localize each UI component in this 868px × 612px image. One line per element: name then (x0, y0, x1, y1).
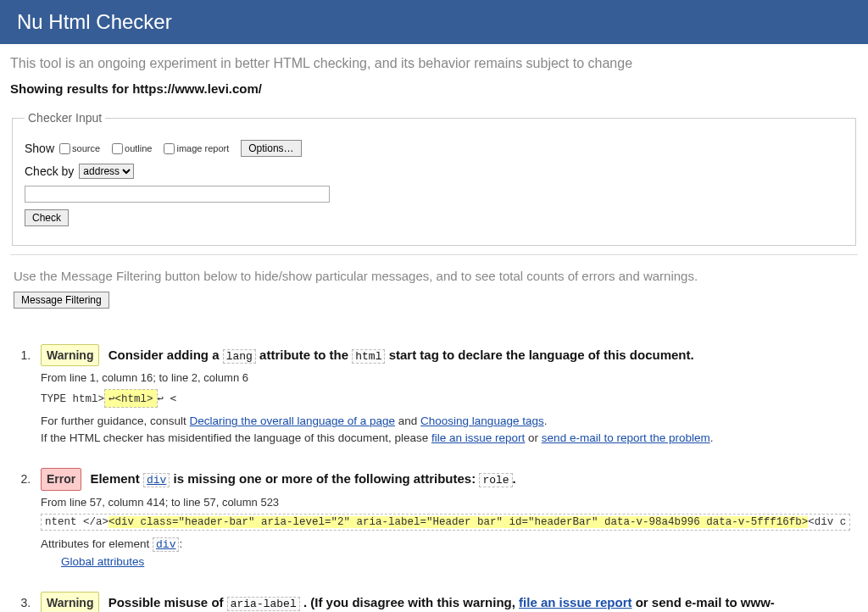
message-info: If the HTML checker has misidentified th… (41, 431, 854, 444)
source-checkbox-wrap: source (59, 143, 100, 154)
check-by-select[interactable]: address (79, 164, 134, 179)
message-info-indent: Global attributes (41, 555, 854, 568)
message-heading: Warning Consider adding a lang attribute… (41, 344, 854, 366)
msg1-text-pre: Consider adding a (108, 348, 223, 362)
code-lang: lang (223, 349, 256, 364)
checker-input-fieldset: Checker Input Show source outline image … (12, 111, 856, 246)
info-text: For further guidance, consult (41, 414, 190, 427)
link-file-issue-report[interactable]: file an issue report (431, 431, 525, 444)
msg1-text-mid: attribute to the (259, 348, 352, 362)
extract-plain: TYPE html> (41, 393, 104, 405)
link-declaring-language[interactable]: Declaring the overall language of a page (190, 414, 395, 427)
outline-checkbox-label: outline (125, 143, 152, 153)
divider (10, 254, 858, 255)
image-report-checkbox-label: image report (176, 143, 229, 153)
extract-plain: <div c (808, 516, 846, 528)
message-location: From line 1, column 16; to line 2, colum… (41, 371, 854, 384)
error-badge: Error (41, 468, 81, 490)
msg3-text-pre: Possible misuse of (108, 595, 227, 609)
info-text: If the HTML checker has misidentified th… (41, 431, 431, 444)
msg3-text-mid: . (If you disagree with this warning, (303, 595, 519, 609)
code-role: role (479, 473, 512, 487)
msg1-text-post: start tag to declare the language of thi… (389, 348, 694, 362)
msg2-text-pre: Element (90, 471, 143, 486)
check-by-label: Check by (25, 164, 74, 178)
info-text: or (528, 431, 542, 444)
intro-text: This tool is an ongoing experiment in be… (0, 44, 868, 78)
message-item: Warning Consider adding a lang attribute… (34, 344, 854, 444)
msg2-text-mid: is missing one or more of the following … (174, 471, 480, 486)
code-div-link[interactable]: div (143, 473, 170, 487)
code-aria-label: aria-label (227, 597, 300, 611)
extract-plain: ntent </a> (45, 516, 108, 528)
extract-highlight: <div class="header-bar" aria-level="2" a… (108, 516, 808, 528)
filter-button-wrap: Message Filtering (0, 288, 868, 317)
show-row: Show source outline image report Options… (25, 140, 843, 157)
warning-badge: Warning (41, 592, 99, 612)
show-label: Show (25, 142, 54, 155)
link-div-element[interactable]: div (153, 537, 179, 552)
image-report-checkbox-wrap: image report (164, 143, 229, 154)
link-send-email-report[interactable]: send e-mail to report the problem (542, 431, 710, 444)
info-text: . (544, 414, 548, 427)
extract-plain: ↩ < (158, 392, 177, 404)
code-html: html (352, 349, 385, 364)
message-heading: Warning Possible misuse of aria-label . … (41, 592, 854, 612)
info-text: : (179, 537, 182, 550)
info-text: and (398, 414, 420, 427)
link-file-issue-report[interactable]: file an issue report (519, 595, 632, 609)
msg3-link-text: file an issue report (519, 595, 632, 609)
extract-highlight: ↩<html> (104, 389, 158, 408)
message-heading: Error Element div is missing one or more… (41, 468, 854, 490)
address-row (25, 186, 843, 203)
info-text: . (710, 431, 714, 444)
message-filtering-button[interactable]: Message Filtering (14, 292, 109, 309)
code-extract: TYPE html>↩<html>↩ < (41, 389, 854, 408)
message-info: Attributes for element div: (41, 537, 854, 551)
code-extract: ntent </a><div class="header-bar" aria-l… (41, 514, 854, 531)
source-checkbox-label: source (72, 143, 100, 153)
filter-note: Use the Message Filtering button below t… (0, 264, 868, 288)
results-for: Showing results for https://www.levi.com… (0, 78, 868, 104)
check-button-row: Check (25, 209, 843, 226)
options-button[interactable]: Options… (241, 140, 301, 157)
message-info: For further guidance, consult Declaring … (41, 414, 854, 427)
message-item: Warning Possible misuse of aria-label . … (34, 592, 854, 612)
warning-badge: Warning (41, 344, 99, 366)
link-choosing-language-tags[interactable]: Choosing language tags (420, 414, 544, 427)
info-text: Attributes for element (41, 537, 153, 550)
address-input[interactable] (25, 186, 330, 203)
page-header: Nu Html Checker (0, 0, 868, 44)
outline-checkbox[interactable] (112, 143, 123, 154)
message-item: Error Element div is missing one or more… (34, 468, 854, 567)
image-report-checkbox[interactable] (164, 143, 175, 154)
check-button[interactable]: Check (25, 209, 69, 226)
msg2-text-post: . (513, 471, 516, 486)
source-checkbox[interactable] (59, 143, 70, 154)
link-global-attributes[interactable]: Global attributes (61, 555, 144, 568)
check-by-row: Check by address (25, 164, 843, 179)
outline-checkbox-wrap: outline (112, 143, 152, 154)
extract-border: ntent </a><div class="header-bar" aria-l… (41, 514, 850, 531)
page-title: Nu Html Checker (17, 10, 172, 33)
message-location: From line 57, column 414; to line 57, co… (41, 496, 854, 509)
checker-input-legend: Checker Input (25, 111, 105, 125)
messages-list: Warning Consider adding a lang attribute… (0, 317, 868, 612)
